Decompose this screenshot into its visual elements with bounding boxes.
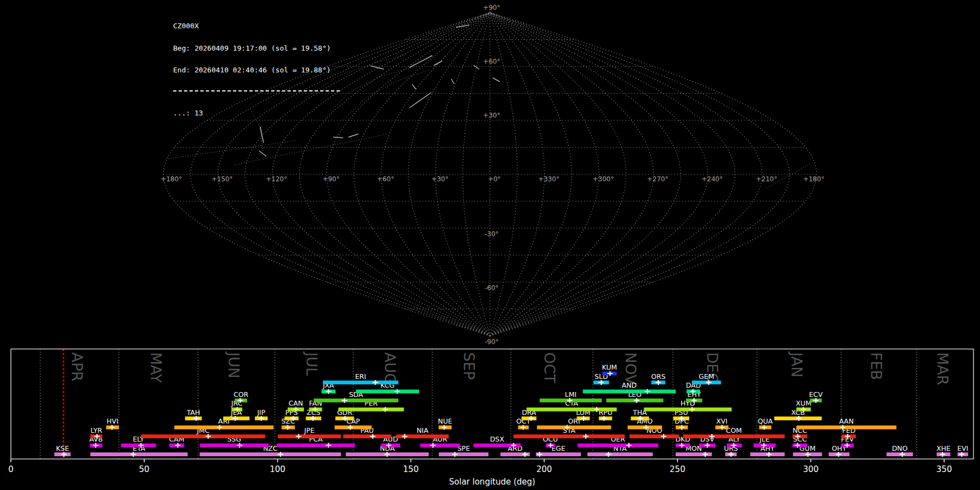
grid-meridian bbox=[490, 13, 708, 336]
shower-bar bbox=[335, 426, 372, 430]
map-latitude-label: +30° bbox=[483, 112, 500, 119]
shower-code-label: AAN bbox=[839, 417, 854, 425]
station-id: CZ000X bbox=[173, 22, 340, 30]
shower-bar bbox=[797, 426, 897, 430]
shower-code-label: NUE bbox=[438, 417, 452, 425]
shower-bar bbox=[629, 434, 679, 438]
month-label: SEP bbox=[461, 352, 477, 379]
shower-bar bbox=[644, 408, 732, 412]
shower-bar bbox=[526, 408, 617, 412]
meteor-track-path bbox=[338, 70, 430, 125]
end-time-line: End: 20260410 02:40:46 (sol = 19.88°) bbox=[173, 66, 340, 74]
shower-bar bbox=[420, 444, 460, 448]
shower-code-label: XUM bbox=[796, 399, 812, 407]
month-label: OCT bbox=[541, 352, 558, 383]
shower-code-label: TAH bbox=[186, 408, 200, 416]
shower-bar bbox=[356, 390, 419, 394]
shower-code-label: AND bbox=[622, 381, 637, 389]
shower-bar bbox=[683, 434, 785, 438]
shower-code-label: ECV bbox=[809, 390, 823, 399]
shower-code-label: JPE bbox=[304, 426, 315, 434]
shower-bar bbox=[200, 444, 269, 448]
shower-code-label: LMI bbox=[565, 390, 577, 399]
shower-bar bbox=[200, 452, 341, 456]
shower-code-label: EVI bbox=[957, 444, 968, 452]
month-label: JUL bbox=[303, 351, 320, 376]
shower-code-label: ORS bbox=[651, 372, 666, 381]
month-label: JUN bbox=[225, 351, 242, 378]
map-latitude-label: -60° bbox=[485, 284, 499, 292]
meteor-trail bbox=[451, 79, 454, 84]
shower-bar bbox=[343, 434, 391, 438]
shower-code-label: KUM bbox=[602, 363, 617, 371]
x-axis-tick-label: 300 bbox=[803, 464, 819, 474]
shower-bar bbox=[537, 426, 611, 430]
shower-bar bbox=[314, 399, 398, 402]
info-block: CZ000X Beg: 20260409 19:17:00 (sol = 19.… bbox=[173, 8, 340, 131]
shower-bar bbox=[536, 452, 581, 456]
map-longitude-label: +330° bbox=[538, 175, 560, 183]
map-longitude-label: +210° bbox=[756, 175, 777, 183]
map-longitude-label: +0° bbox=[488, 175, 501, 183]
shower-code-label: GEM bbox=[699, 372, 714, 381]
shower-code-label: CAN bbox=[289, 399, 303, 407]
month-label: MAY bbox=[148, 352, 164, 383]
shower-bar bbox=[513, 434, 624, 438]
shower-code-label: XVI bbox=[716, 417, 728, 425]
x-axis-tick-label: 0 bbox=[8, 464, 14, 474]
x-axis-tick-label: 350 bbox=[936, 464, 952, 474]
map-longitude-label: +180° bbox=[803, 175, 824, 183]
meteor-trail bbox=[409, 56, 432, 68]
meteor-trail bbox=[474, 65, 479, 69]
shower-code-label: DNO bbox=[892, 444, 908, 452]
shower-bar bbox=[439, 452, 488, 456]
plot-canvas: +180°+150°+120°+90°+60°+30°+0°+330°+300°… bbox=[0, 0, 980, 490]
shower-code-label: QUA bbox=[758, 417, 773, 425]
meteor-trail bbox=[348, 134, 358, 137]
grid-meridian bbox=[490, 13, 572, 336]
meteor-trail bbox=[333, 137, 343, 138]
shower-bar bbox=[338, 408, 403, 412]
meteor-trail bbox=[456, 25, 469, 27]
shower-bar bbox=[587, 452, 653, 456]
map-longitude-label: +240° bbox=[702, 175, 723, 183]
meteor-trail bbox=[434, 61, 442, 65]
month-label: JAN bbox=[788, 351, 805, 377]
shower-bar bbox=[583, 390, 676, 394]
map-longitude-label: +180° bbox=[161, 175, 182, 183]
x-axis-title: Solar longitude (deg) bbox=[449, 477, 535, 487]
shower-code-label: HVI bbox=[107, 417, 119, 425]
meteor-trail bbox=[412, 84, 416, 89]
x-axis-tick-label: 150 bbox=[403, 464, 419, 474]
map-longitude-label: +60° bbox=[377, 175, 394, 183]
shower-code-label: NIA bbox=[416, 426, 428, 434]
meteor-track-path bbox=[166, 140, 297, 159]
x-axis-tick-label: 250 bbox=[670, 464, 685, 474]
meteor-trail bbox=[259, 151, 266, 156]
meteor-trail bbox=[409, 93, 431, 108]
begin-time-line: Beg: 20260409 19:17:00 (sol = 19.58°) bbox=[173, 45, 340, 52]
month-label: AUG bbox=[382, 352, 399, 384]
x-axis-tick-label: 200 bbox=[536, 464, 552, 474]
map-longitude-label: +120° bbox=[266, 175, 287, 183]
map-latitude-label: +90° bbox=[483, 4, 500, 11]
meteor-track-path bbox=[234, 134, 388, 165]
meteor-station-plot: +180°+150°+120°+90°+60°+30°+0°+330°+300°… bbox=[0, 0, 980, 490]
grid-meridian bbox=[490, 13, 626, 336]
map-longitude-label: +150° bbox=[212, 175, 233, 183]
month-label: MAR bbox=[934, 352, 951, 385]
map-longitude-label: +30° bbox=[431, 175, 448, 183]
activity-timeline: APRMAYJUNJULAUGSEPOCTNOVDECJANFEBMARKSEE… bbox=[8, 349, 973, 487]
shower-code-label: LYR bbox=[90, 426, 102, 434]
x-axis-tick-label: 100 bbox=[270, 464, 285, 474]
shower-bar bbox=[278, 434, 341, 438]
shower-bar bbox=[141, 434, 265, 438]
map-latitude-label: -90° bbox=[485, 338, 499, 346]
month-label: APR bbox=[69, 352, 85, 382]
month-label: NOV bbox=[622, 352, 639, 385]
shower-bar bbox=[578, 444, 658, 448]
shower-bar bbox=[185, 416, 202, 420]
shower-code-label: XHE bbox=[936, 444, 951, 452]
shower-bar bbox=[277, 444, 354, 448]
meteor-count-line: ...: 13 bbox=[173, 109, 340, 117]
